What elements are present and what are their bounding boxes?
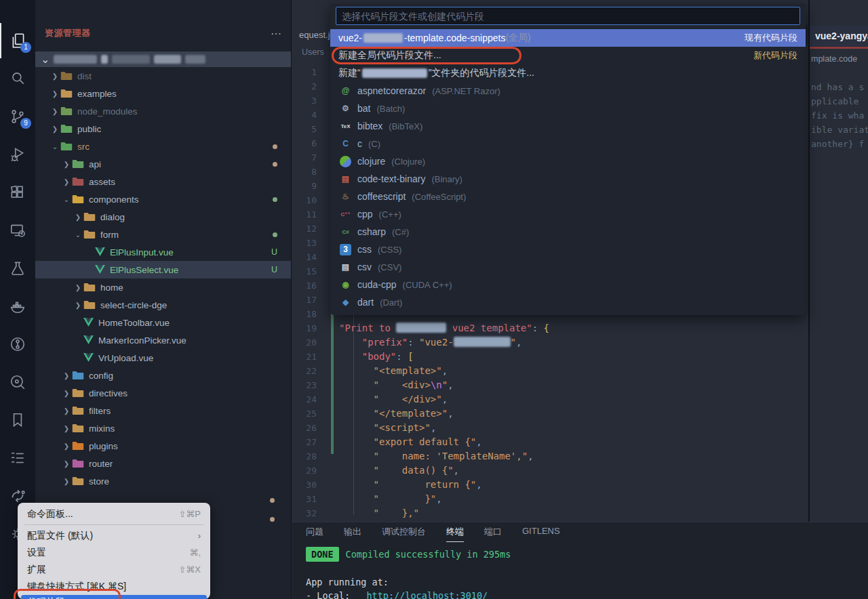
- language-option-cuda-cpp[interactable]: ◉cuda-cpp(CUDA C++): [330, 276, 806, 293]
- language-description: (CSS): [378, 245, 401, 255]
- tree-item-components[interactable]: ⌄components: [35, 190, 291, 208]
- quick-pick-item-0[interactable]: vue2--template.code-snippets (全局)现有代码片段: [330, 29, 806, 47]
- folder-icon: [83, 230, 96, 239]
- chevron-right-icon: ❯: [50, 90, 60, 98]
- language-option-clojure[interactable]: clojure(Clojure): [330, 152, 806, 170]
- source-control-icon[interactable]: 9: [0, 99, 35, 134]
- tree-item-mixins[interactable]: ❯mixins: [35, 419, 291, 437]
- tree-item-select-circle-dge[interactable]: ❯select-circle-dge: [35, 296, 291, 314]
- tree-item-dist[interactable]: ❯dist: [35, 67, 291, 85]
- search-icon[interactable]: [0, 61, 35, 96]
- panel-tab-终端[interactable]: 终端: [446, 526, 464, 542]
- panel-tab-端口[interactable]: 端口: [484, 526, 502, 542]
- run-debug-icon[interactable]: [0, 137, 35, 172]
- tree-item-router[interactable]: ❯router: [35, 455, 291, 472]
- language-option-bibtex[interactable]: TeXbibtex(BibTeX): [330, 117, 806, 135]
- tree-item-dialog[interactable]: ❯dialog: [35, 208, 291, 226]
- censored-block: [101, 55, 108, 64]
- menu-shortcut: ⇧⌘P: [178, 509, 201, 519]
- language-option-csharp[interactable]: C#csharp(C#): [330, 223, 806, 241]
- remote-explorer-icon[interactable]: [0, 213, 35, 248]
- language-description: (CoffeeScript): [412, 192, 466, 202]
- tree-item-store[interactable]: ❯store: [35, 472, 291, 490]
- tree-item-src[interactable]: ⌄src: [35, 138, 291, 155]
- tree-item-home[interactable]: ❯home: [35, 278, 291, 296]
- language-option-diff[interactable]: ±diff(Diff): [330, 311, 806, 315]
- menu-item-代码片段[interactable]: 代码片段: [21, 595, 207, 599]
- tree-item-hometoolbar-vue[interactable]: HomeToolbar.vue: [35, 314, 291, 331]
- menu-item-键盘快捷方式-K-S-[interactable]: 键盘快捷方式 [⌘K ⌘S]: [18, 578, 210, 595]
- tree-item-examples[interactable]: ❯examples: [35, 85, 291, 102]
- more-actions-icon[interactable]: ⋯: [271, 27, 281, 40]
- tree-item-config[interactable]: ❯config: [35, 367, 291, 384]
- language-option-bat[interactable]: ⚙bat(Batch): [330, 100, 806, 117]
- panel-tab-问题[interactable]: 问题: [306, 526, 323, 542]
- panel-tab-输出[interactable]: 输出: [344, 526, 361, 542]
- local-label: - Local:: [306, 590, 366, 599]
- tree-item-assets[interactable]: ❯assets: [35, 173, 291, 190]
- terminal-output[interactable]: DONECompiled successfully in 295ms App r…: [306, 547, 863, 599]
- tree-item-plugins[interactable]: ❯plugins: [35, 437, 291, 455]
- text-segment: [339, 436, 374, 447]
- language-option-code-text-binary[interactable]: ▤code-text-binary(Binary): [330, 170, 806, 188]
- project-root-row[interactable]: ⌄: [35, 51, 291, 67]
- quick-pick-input[interactable]: [342, 11, 794, 22]
- line-number: 3: [292, 94, 317, 108]
- bookmarks-icon[interactable]: [0, 402, 35, 438]
- line-number: 10: [292, 193, 317, 207]
- quick-pick-item-1[interactable]: 新建全局代码片段文件...新代码片段: [330, 47, 806, 64]
- censored-block: [154, 55, 181, 64]
- gitlens-inspect-icon[interactable]: [0, 365, 35, 400]
- aspnetcorerazor-icon: @: [340, 85, 351, 97]
- language-option-aspnetcorerazor[interactable]: @aspnetcorerazor(ASP.NET Razor): [330, 82, 806, 100]
- text-segment: :: [408, 337, 419, 348]
- tree-item-label: components: [89, 194, 139, 205]
- language-option-dart[interactable]: ◆dart(Dart): [330, 293, 806, 311]
- language-option-csv[interactable]: ▤csv(CSV): [330, 258, 806, 276]
- chevron-right-icon: ❯: [61, 372, 72, 379]
- menu-item-命令面板-[interactable]: 命令面板...⇧⌘P: [18, 505, 210, 522]
- docker-icon[interactable]: [0, 289, 35, 324]
- tab-snippets-file[interactable]: vue2-yangya: [810, 26, 868, 46]
- tree-item-elplusselect-vue[interactable]: ElPlusSelect.vueU: [35, 261, 291, 278]
- menu-item-扩展[interactable]: 扩展⇧⌘X: [18, 561, 210, 578]
- gitlens-icon[interactable]: [0, 327, 35, 362]
- language-id: clojure: [357, 156, 385, 167]
- tree-item-label: node_modules: [77, 106, 138, 117]
- localhost-link[interactable]: http://localhost:3010/: [366, 590, 488, 599]
- tree-item-vrupload-vue[interactable]: VrUpload.vue: [35, 349, 291, 367]
- todo-tree-icon[interactable]: [0, 440, 35, 476]
- quick-pick-item-2[interactable]: 新建“”文件夹的代码片段文件...: [330, 64, 806, 82]
- testing-beaker-icon[interactable]: [0, 251, 35, 286]
- line-number: 20: [292, 335, 317, 350]
- tree-item-filters[interactable]: ❯filters: [35, 402, 291, 419]
- tree-item-node-modules[interactable]: ❯node_modules: [35, 102, 291, 120]
- menu-item-设置[interactable]: 设置⌘,: [18, 544, 210, 561]
- tree-item-form[interactable]: ⌄form: [35, 226, 291, 243]
- panel-tab-GITLENS[interactable]: GITLENS: [522, 526, 560, 542]
- breadcrumb[interactable]: Users: [302, 47, 324, 57]
- text-segment: "<template>": [374, 365, 442, 376]
- file-tree: ⌄❯dist❯examples❯node_modules❯public⌄src❯…: [35, 51, 291, 490]
- tree-item-label: dist: [77, 71, 92, 81]
- code-line-25: 25 "</template>",: [292, 407, 808, 421]
- language-option-cpp[interactable]: C⁺⁺cpp(C++): [330, 205, 806, 223]
- breadcrumb-2[interactable]: mplate.code: [811, 54, 857, 64]
- panel-tab-调试控制台[interactable]: 调试控制台: [382, 526, 426, 542]
- tree-item-public[interactable]: ❯public: [35, 120, 291, 138]
- code-line-27: 27 "export default {",: [292, 435, 808, 449]
- text-segment: ,: [528, 451, 533, 461]
- tree-item-directives[interactable]: ❯directives: [35, 384, 291, 402]
- tree-item-markericonpicker-vue[interactable]: MarkerIconPicker.vue: [35, 331, 291, 349]
- language-option-css[interactable]: 3css(CSS): [330, 241, 806, 258]
- tree-item-elplusinput-vue[interactable]: ElPlusInput.vueU: [35, 243, 291, 261]
- vue-file-icon: [83, 353, 94, 363]
- extensions-icon[interactable]: [0, 175, 35, 210]
- language-option-coffeescript[interactable]: ♨coffeescript(CoffeeScript): [330, 188, 806, 205]
- explorer-icon[interactable]: 1: [0, 23, 35, 58]
- tree-item-api[interactable]: ❯api: [35, 155, 291, 173]
- text-segment: [339, 493, 374, 504]
- menu-item-配置文件-默认-[interactable]: 配置文件 (默认)›: [18, 527, 210, 544]
- line-number: 11: [292, 207, 317, 222]
- language-option-c[interactable]: Cc(C): [330, 135, 806, 152]
